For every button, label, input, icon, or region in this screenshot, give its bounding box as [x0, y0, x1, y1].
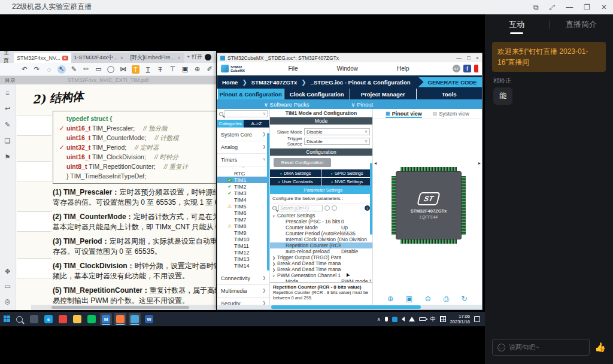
- pdf-horizontal-scrollbar[interactable]: [31, 305, 216, 310]
- more-menu-icon[interactable]: ⋮: [215, 54, 216, 60]
- battery-icon[interactable]: [419, 317, 426, 321]
- pen-icon[interactable]: ✏: [82, 65, 90, 74]
- taskbar-app-cubemx[interactable]: [129, 313, 141, 325]
- microphone-icon[interactable]: [385, 317, 388, 321]
- toc-button[interactable]: 目录: [5, 77, 16, 84]
- taskbar-app-dingtalk[interactable]: [114, 313, 126, 325]
- timer-item[interactable]: TIM12: [217, 249, 269, 256]
- lasso-icon[interactable]: ◌: [45, 65, 53, 74]
- tray-expand-icon[interactable]: ∧: [377, 317, 381, 322]
- undo-icon[interactable]: ↶: [20, 65, 29, 74]
- taskbar-app-wechat[interactable]: [86, 313, 98, 325]
- restore-button[interactable]: ❐: [584, 3, 590, 11]
- chip-pins-bottom[interactable]: [400, 239, 457, 244]
- parameters-scrollbar[interactable]: [370, 163, 372, 235]
- fullscreen-button[interactable]: ⤢: [550, 3, 556, 11]
- software-packs-dropdown[interactable]: Software Packs: [264, 101, 309, 108]
- timer-item[interactable]: TIM8: [217, 223, 269, 229]
- breadcrumb-mcu[interactable]: STM32F407ZGTx: [251, 79, 298, 86]
- document-tab[interactable]: STM32F4xx_NV... ✕: [14, 53, 71, 63]
- snapshot-icon[interactable]: ▭: [4, 283, 10, 290]
- tab-close-icon[interactable]: ✕: [120, 56, 125, 60]
- settings-tab[interactable]: GPIO Settings: [321, 169, 372, 177]
- back-icon[interactable]: ↩: [5, 105, 10, 113]
- menu-icon[interactable]: ≡: [5, 89, 9, 96]
- collapse-all-icon[interactable]: [332, 205, 337, 211]
- notification-center-icon[interactable]: [474, 316, 480, 322]
- main-tab[interactable]: Clock Configuration: [284, 89, 350, 99]
- timer-item[interactable]: TIM2: [217, 183, 269, 190]
- chip-pins-left[interactable]: [392, 176, 396, 235]
- timer-item[interactable]: TIM5: [217, 203, 269, 210]
- rotate-icon[interactable]: ↻: [462, 295, 468, 303]
- minimize-button[interactable]: —: [566, 3, 573, 11]
- parameter-row[interactable]: Break And Dead Time manage...: [270, 260, 372, 266]
- emoji-icon[interactable]: [497, 344, 505, 351]
- strikethrough-icon[interactable]: T: [156, 65, 165, 74]
- minimize-button[interactable]: —: [456, 55, 462, 61]
- expand-all-icon[interactable]: [324, 205, 330, 211]
- cubemx-horizontal-scrollbar[interactable]: [217, 305, 482, 310]
- rectangle-icon[interactable]: ▭: [95, 65, 103, 74]
- timer-item[interactable]: TIM4: [217, 196, 269, 203]
- account-avatar[interactable]: [205, 54, 211, 60]
- parameter-row[interactable]: Counter Period (AutoReloa... 65535: [270, 230, 372, 236]
- highlight-icon[interactable]: T: [132, 65, 140, 74]
- taskbar-app-taskview[interactable]: [28, 313, 40, 325]
- component-group[interactable]: Analog: [217, 141, 269, 154]
- pinout-canvas[interactable]: ◂ ▸ ST STM32F407ZGTx LQFP144: [373, 119, 482, 293]
- timer-item[interactable]: TIM13: [217, 256, 269, 262]
- cursor-icon[interactable]: ↖: [57, 65, 66, 74]
- youtube-icon[interactable]: [474, 65, 478, 72]
- zoom-in-icon[interactable]: ⊕: [387, 295, 393, 303]
- reset-configuration-button[interactable]: Reset Configuration: [274, 158, 331, 167]
- mode-select[interactable]: Disable∨: [304, 138, 370, 145]
- tag-icon[interactable]: ⚑: [5, 153, 11, 161]
- speaker-icon[interactable]: [402, 317, 405, 321]
- tab-categories[interactable]: Categories: [217, 120, 244, 128]
- timer-item[interactable]: TIM11: [217, 242, 269, 249]
- generate-code-button[interactable]: GENERATE CODE: [418, 77, 482, 87]
- parameter-row[interactable]: auto-reload preload Disable: [270, 248, 372, 254]
- tab-interaction[interactable]: 互动: [485, 19, 549, 30]
- chip-pins-top[interactable]: [400, 167, 457, 171]
- taskbar-app-pdf-reader[interactable]: M: [100, 313, 112, 325]
- main-tab[interactable]: Project Manager: [350, 89, 416, 99]
- pinout-dropdown[interactable]: Pinout: [351, 101, 374, 108]
- info-icon[interactable]: i: [365, 205, 370, 211]
- target-icon[interactable]: ◎: [5, 298, 11, 305]
- export-icon[interactable]: ⎙: [443, 295, 449, 303]
- parameter-row[interactable]: Counter Mode Up: [270, 225, 372, 230]
- breadcrumb-project[interactable]: _STDEG.ioc - Pinout & Configuration: [311, 79, 411, 86]
- menu-item[interactable]: Help: [397, 65, 409, 72]
- timer-item[interactable]: TIM1: [217, 177, 269, 183]
- taskbar-app-edge[interactable]: e: [43, 313, 54, 325]
- document-tab[interactable]: [野火]EmbedFire... ✕: [127, 53, 184, 63]
- st-community-icon[interactable]: ST: [453, 65, 460, 72]
- scrollbar-thumb[interactable]: [51, 306, 189, 309]
- parameter-row[interactable]: PWM Generation Channel 1: [270, 272, 372, 278]
- redo-icon[interactable]: ↷: [33, 65, 41, 74]
- tab-system-view[interactable]: ▤System view: [433, 109, 469, 118]
- network-icon[interactable]: [409, 317, 415, 321]
- settings-tab[interactable]: NVIC Settings: [321, 178, 372, 186]
- facebook-icon[interactable]: f: [463, 65, 471, 72]
- like-button[interactable]: 👍: [594, 342, 606, 353]
- chip-pins-right[interactable]: [462, 176, 466, 235]
- pip-button[interactable]: ⧉: [533, 3, 539, 11]
- settings-tab[interactable]: User Constants: [270, 178, 321, 186]
- ellipse-icon[interactable]: ◯: [107, 65, 115, 74]
- timer-item[interactable]: TIM7: [217, 216, 269, 223]
- chat-input[interactable]: [509, 344, 584, 351]
- underline-icon[interactable]: T: [144, 65, 152, 74]
- image-icon[interactable]: ▣: [181, 65, 189, 74]
- settings-tab[interactable]: Parameter Settings: [270, 186, 372, 194]
- timer-item[interactable]: TIM6: [217, 210, 269, 216]
- breadcrumb-home[interactable]: Home: [222, 79, 238, 86]
- tab-live-intro[interactable]: 直播简介: [550, 19, 613, 30]
- close-button[interactable]: ×: [476, 55, 479, 61]
- scrollbar-thumb[interactable]: [271, 305, 421, 309]
- component-search-input[interactable]: ∨: [224, 110, 268, 117]
- component-group[interactable]: Multimedia: [217, 285, 269, 298]
- timer-item[interactable]: RTC: [217, 170, 269, 177]
